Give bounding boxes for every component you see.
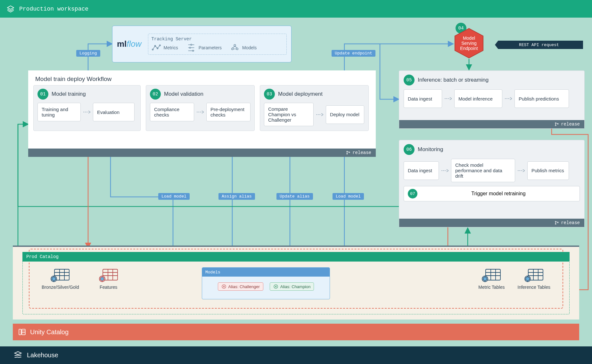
box-compliance: Compliance checks [150,103,194,121]
box-training-tuning: Training and tuning [37,103,81,121]
tracking-server-title: Tracking Server [152,36,283,42]
pill-logging: Logging [76,50,100,57]
svg-rect-30 [19,329,21,335]
workflow-title: Model train deploy Workflow [28,70,376,85]
catalog-icon [18,328,26,336]
pill-load-model: Load model [158,193,190,200]
models-header: Models [202,268,330,277]
box-check-drift: Check model performance and data drift [451,159,515,182]
rest-api-request: REST API request [495,41,583,49]
lakehouse-bar: Lakehouse [0,346,592,364]
metrics-icon [152,43,161,53]
svg-point-17 [555,221,556,222]
serving-label: Model Serving Endpoint [453,28,485,59]
tracking-metrics: Metrics [152,43,178,53]
pill-load-model-2: Load model [333,193,364,200]
parameters-icon [186,43,196,53]
group-model-deployment: 03 Model deployment Compare Champion vs … [260,85,369,131]
tracking-parameters: Parameters [186,43,222,53]
svg-point-12 [349,152,350,153]
flow-arrow-icon [441,169,448,173]
branch-icon [346,150,350,155]
models-panel: Models Alias: Challenger Alias: Champion [202,267,330,299]
svg-point-6 [192,50,193,51]
num-05: 05 [404,75,415,85]
alias-challenger: Alias: Challenger [218,282,263,291]
flow-arrow-icon [505,97,512,101]
flow-arrow-icon [83,110,90,114]
models-icon [230,43,240,53]
svg-point-7 [234,44,236,46]
table-icon [524,267,544,283]
release-bar: release [399,219,584,227]
tracking-models: Models [230,43,257,53]
svg-point-15 [555,125,556,126]
prod-catalog-title: Prod Catalog [22,252,570,262]
num-07: 07 [408,189,417,198]
svg-point-11 [347,153,348,154]
box-model-inference: Model inference [454,89,502,108]
release-bar: release [28,149,376,157]
box-deploy: Deploy model [326,105,364,124]
box-publish-predictions: Publish predictions [514,89,569,108]
svg-point-14 [555,123,556,124]
num-01: 01 [37,89,48,100]
svg-point-5 [189,47,191,48]
workspace-title: Production workspace [19,6,88,12]
catalog-inference-tables: Inference Tables [518,267,550,290]
flow-arrow-icon [316,113,323,117]
flow-arrow-icon [518,169,525,173]
group-model-validation: 02 Model validation Compliance checks Pr… [146,85,255,131]
svg-point-19 [557,222,558,223]
unity-catalog-bar: Unity Catalog [13,324,579,340]
mlflow-logo: mlflow [117,39,142,49]
alias-champion: Alias: Champion [270,282,314,291]
catalog-metric-tables: Metric Tables [478,267,505,290]
svg-point-9 [236,48,238,50]
svg-point-16 [557,123,558,124]
box-predeploy: Pre-deployment checks [206,103,251,121]
branch-icon [555,221,559,225]
box-ingest: Data ingest [404,89,442,108]
flow-arrow-icon [197,110,204,114]
model-icon [221,284,226,289]
svg-point-4 [191,44,192,45]
svg-point-18 [555,223,556,224]
workflow-card: Model train deploy Workflow 01 Model tra… [28,70,376,157]
catalog-bronze-silver-gold: Bronze/Silver/Gold [42,267,79,290]
box-ingest2: Data ingest [404,161,439,180]
box-evaluation: Evaluation [93,103,135,121]
box-compare: Compare Champion vs Challenger [264,103,314,126]
box-publish-metrics: Publish metrics [527,161,569,180]
table-icon [50,267,70,283]
svg-point-8 [232,48,234,50]
workspace-banner: Production workspace [0,0,592,18]
pill-update-alias: Update alias [276,193,313,200]
panel-inference: 05 Inference: batch or streaming Data in… [399,70,585,129]
branch-icon [555,122,559,126]
num-06: 06 [404,144,415,155]
svg-point-10 [347,151,348,152]
release-bar: release [399,120,584,128]
model-icon [273,284,278,289]
num-03: 03 [264,89,275,100]
group-model-training: 01 Model training Training and tuning Ev… [33,85,141,131]
tracking-server-box: Tracking Server Metrics Parameters Model… [148,34,287,55]
panel-monitoring: 06 Monitoring Data ingest Check model pe… [399,140,585,227]
catalog-band: Prod Catalog Bronze/Silver/Gold Features… [13,246,579,320]
trigger-retraining-bar: 07 Trigger model retraining [404,186,580,201]
catalog-features: Features [98,267,119,290]
mlflow-panel: mlflow Tracking Server Metrics Parameter… [112,26,292,62]
table-icon [481,267,502,283]
table-icon [98,267,119,283]
lakehouse-icon [13,351,22,360]
svg-rect-31 [22,329,25,335]
flow-arrow-icon [445,97,452,101]
pill-assign-alias: Assign alias [218,193,255,200]
pill-update-endpoint: Update endpoint [332,50,375,57]
stack-icon [6,5,15,13]
num-02: 02 [150,89,161,100]
model-serving-endpoint: Model Serving Endpoint [453,28,485,59]
